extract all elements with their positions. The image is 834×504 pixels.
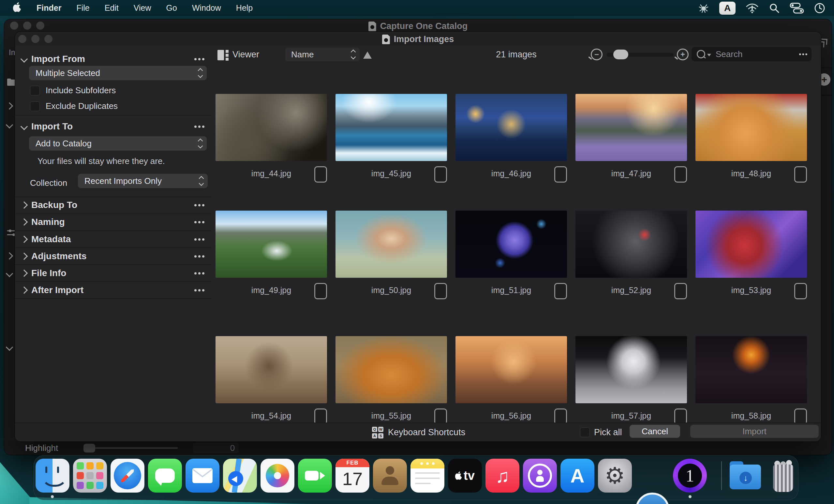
search-field[interactable]: Search [692,47,812,61]
image-cell[interactable]: img_58.jpg [696,336,807,425]
dock-contacts-icon[interactable] [373,459,407,492]
image-cell[interactable]: img_44.jpg [216,94,327,182]
import-button[interactable]: Import [690,425,819,438]
section-import-from[interactable]: Import From [15,51,212,67]
highlight-slider[interactable] [84,447,178,449]
spotlight-search-icon[interactable] [769,3,780,14]
image-cell[interactable]: img_52.jpg [575,211,687,299]
pick-checkbox[interactable] [554,283,567,299]
dock-captureone-icon[interactable]: 1 [673,459,707,492]
dock-settings-icon[interactable]: ⚙ [598,459,632,492]
pick-checkbox[interactable] [434,166,447,182]
menubar-item-file[interactable]: File [76,3,89,13]
dock-downloads-icon[interactable]: ↓ [728,459,762,492]
exclude-duplicates-checkbox[interactable] [30,102,40,111]
more-options-icon[interactable] [198,126,200,128]
more-options-icon[interactable] [198,289,200,291]
expand-chevron-icon[interactable] [6,270,13,278]
image-thumbnail[interactable] [575,94,687,161]
section-import-to[interactable]: Import To [15,119,212,134]
more-options-icon[interactable] [198,58,200,60]
menubar-item-edit[interactable]: Edit [105,3,119,13]
source-select[interactable]: Multiple Selected [29,66,207,80]
expand-chevron-icon[interactable] [6,121,13,129]
dock-appstore-icon[interactable]: A [561,459,594,492]
pick-checkbox[interactable] [794,283,807,299]
pick-checkbox[interactable] [434,283,447,299]
pick-all-checkbox[interactable] [580,428,590,437]
menubar-item-window[interactable]: Window [192,3,221,13]
image-cell[interactable]: img_46.jpg [456,94,567,182]
image-cell[interactable]: img_49.jpg [216,211,327,299]
image-thumbnail[interactable] [335,336,447,403]
dock-launchpad-icon[interactable] [73,459,107,492]
collection-select[interactable]: Recent Imports Only [78,174,208,188]
pick-checkbox[interactable] [674,283,687,299]
section-after-import[interactable]: After Import [15,282,212,298]
menubar-item-view[interactable]: View [134,3,151,13]
more-options-icon[interactable] [198,204,200,206]
slider-thumb[interactable] [613,49,628,59]
more-options-icon[interactable] [198,255,200,258]
collapse-chevron-icon[interactable] [6,252,13,260]
exclude-duplicates-row[interactable]: Exclude Duplicates [30,101,118,111]
dock-music-icon[interactable]: ♫ [485,459,519,492]
search-options-icon[interactable] [803,53,804,55]
include-subfolders-checkbox[interactable] [30,86,40,95]
pick-checkbox[interactable] [674,166,687,182]
expand-chevron-icon[interactable] [6,344,13,351]
dock-calendar-icon[interactable]: FEB 17 [335,459,369,492]
image-cell[interactable]: img_53.jpg [696,211,807,299]
dock-photos-icon[interactable] [261,459,294,492]
dock-finder-icon[interactable] [36,459,69,492]
zoom-out-icon[interactable]: − [591,49,602,60]
image-thumbnail[interactable] [456,211,567,278]
cancel-button[interactable]: Cancel [630,425,680,438]
search-scope-dropdown-icon[interactable] [707,54,711,57]
image-cell[interactable]: img_57.jpg [575,336,687,425]
control-center-icon[interactable] [790,3,804,14]
image-thumbnail[interactable] [696,336,807,403]
more-options-icon[interactable] [198,238,200,241]
section-metadata[interactable]: Metadata [15,232,212,247]
image-cell[interactable]: img_54.jpg [216,336,327,425]
image-thumbnail[interactable] [696,211,807,278]
dock-appletv-icon[interactable]: tv [448,459,482,492]
more-options-icon[interactable] [198,221,200,223]
input-source-icon[interactable]: A [719,2,736,15]
keyboard-shortcuts-label[interactable]: Keyboard Shortcuts [388,428,465,438]
image-thumbnail[interactable] [335,211,447,278]
section-naming[interactable]: Naming [15,214,212,230]
pick-checkbox[interactable] [314,283,327,299]
image-thumbnail[interactable] [575,336,687,403]
section-backup-to[interactable]: Backup To [15,197,212,213]
drweb-spider-icon[interactable] [698,2,709,14]
zoom-in-icon[interactable]: + [677,49,688,60]
image-thumbnail[interactable] [575,211,687,278]
dock-notes-icon[interactable] [411,459,444,492]
image-cell[interactable]: img_48.jpg [696,94,807,182]
wifi-alert-icon[interactable] [745,2,759,14]
menubar-item-help[interactable]: Help [236,3,253,13]
dock-maps-icon[interactable] [223,459,257,492]
image-cell[interactable]: img_55.jpg [335,336,447,425]
include-subfolders-row[interactable]: Include Subfolders [30,85,116,95]
dock-podcasts-icon[interactable] [523,459,557,492]
image-cell[interactable]: img_47.jpg [575,94,687,182]
destination-select[interactable]: Add to Catalog [29,136,207,151]
menubar-app-name[interactable]: Finder [37,3,61,13]
image-thumbnail[interactable] [456,336,567,403]
dock-messages-icon[interactable] [148,459,182,492]
apple-menu-icon[interactable] [13,2,22,14]
more-options-icon[interactable] [198,272,200,275]
clock-icon[interactable] [814,2,826,14]
section-file-info[interactable]: File Info [15,265,212,281]
pick-checkbox[interactable] [554,166,567,182]
image-thumbnail[interactable] [216,336,327,403]
image-cell[interactable]: img_56.jpg [456,336,567,425]
image-cell[interactable]: img_45.jpg [335,94,447,182]
image-cell[interactable]: img_51.jpg [456,211,567,299]
section-adjustments[interactable]: Adjustments [15,248,212,264]
collapse-chevron-icon[interactable] [6,102,13,110]
dock-facetime-icon[interactable] [298,459,332,492]
